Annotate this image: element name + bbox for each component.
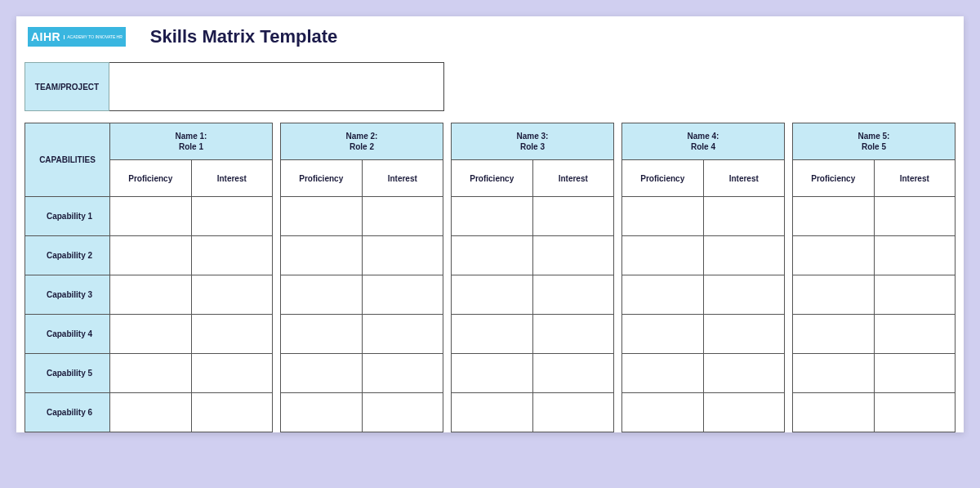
interest-cell[interactable]	[703, 236, 785, 275]
team-project-input[interactable]	[109, 62, 444, 111]
interest-cell[interactable]	[362, 275, 443, 315]
proficiency-cell[interactable]	[281, 236, 363, 275]
interest-cell[interactable]	[362, 315, 443, 354]
interest-cell[interactable]	[703, 315, 785, 354]
proficiency-cell[interactable]	[622, 236, 704, 275]
subhead-proficiency: Proficiency	[110, 160, 192, 197]
table-row: Capability 5	[25, 354, 956, 393]
person-header-3: Name 3: Role 3	[452, 123, 614, 160]
proficiency-cell[interactable]	[793, 197, 875, 236]
proficiency-cell[interactable]	[110, 236, 192, 275]
interest-cell[interactable]	[532, 315, 614, 354]
proficiency-cell[interactable]	[622, 275, 704, 315]
proficiency-cell[interactable]	[452, 275, 533, 315]
interest-cell[interactable]	[703, 275, 785, 315]
proficiency-cell[interactable]	[281, 354, 363, 393]
subhead-proficiency: Proficiency	[622, 160, 704, 197]
column-gap	[443, 236, 452, 275]
proficiency-cell[interactable]	[110, 315, 192, 354]
capability-label: Capability 3	[25, 275, 110, 315]
interest-cell[interactable]	[532, 393, 614, 432]
interest-cell[interactable]	[191, 275, 273, 315]
interest-cell[interactable]	[362, 197, 443, 236]
column-gap	[785, 315, 793, 354]
proficiency-cell[interactable]	[622, 354, 704, 393]
column-gap	[273, 275, 281, 315]
proficiency-cell[interactable]	[452, 315, 533, 354]
interest-cell[interactable]	[874, 354, 956, 393]
interest-cell[interactable]	[874, 236, 956, 275]
column-gap	[614, 393, 622, 432]
column-gap	[614, 275, 622, 315]
column-gap	[614, 236, 622, 275]
proficiency-cell[interactable]	[452, 393, 533, 432]
column-gap	[273, 393, 281, 432]
subhead-interest: Interest	[874, 160, 956, 197]
interest-cell[interactable]	[191, 315, 273, 354]
table-row: Capability 6	[25, 393, 956, 432]
column-gap	[785, 354, 793, 393]
column-gap	[614, 197, 622, 236]
interest-cell[interactable]	[703, 354, 785, 393]
interest-cell[interactable]	[874, 393, 956, 432]
column-gap	[785, 393, 793, 432]
interest-cell[interactable]	[191, 354, 273, 393]
interest-cell[interactable]	[532, 275, 614, 315]
interest-cell[interactable]	[191, 393, 273, 432]
capability-label: Capability 2	[25, 236, 110, 275]
proficiency-cell[interactable]	[452, 354, 533, 393]
interest-cell[interactable]	[703, 393, 785, 432]
proficiency-cell[interactable]	[793, 354, 875, 393]
interest-cell[interactable]	[191, 236, 273, 275]
interest-cell[interactable]	[362, 236, 443, 275]
proficiency-cell[interactable]	[793, 275, 875, 315]
proficiency-cell[interactable]	[110, 197, 192, 236]
column-gap	[273, 197, 281, 236]
proficiency-cell[interactable]	[110, 275, 192, 315]
proficiency-cell[interactable]	[793, 315, 875, 354]
interest-cell[interactable]	[874, 275, 956, 315]
proficiency-cell[interactable]	[452, 236, 533, 275]
column-gap	[443, 197, 452, 236]
person-header-2: Name 2: Role 2	[281, 123, 443, 160]
proficiency-cell[interactable]	[793, 393, 875, 432]
person-header-1: Name 1: Role 1	[110, 123, 273, 160]
interest-cell[interactable]	[703, 197, 785, 236]
capabilities-header: CAPABILITIES	[25, 123, 110, 197]
subhead-interest: Interest	[191, 160, 273, 197]
column-gap	[443, 315, 452, 354]
interest-cell[interactable]	[532, 236, 614, 275]
person-header-4: Name 4: Role 4	[622, 123, 785, 160]
header-row: AIHR ACADEMY TO INNOVATE HR Skills Matri…	[24, 26, 956, 47]
proficiency-cell[interactable]	[281, 275, 363, 315]
interest-cell[interactable]	[532, 354, 614, 393]
capability-label: Capability 5	[25, 354, 110, 393]
proficiency-cell[interactable]	[281, 315, 363, 354]
interest-cell[interactable]	[362, 354, 443, 393]
proficiency-cell[interactable]	[622, 197, 704, 236]
column-gap	[443, 354, 452, 393]
table-row: Capability 2	[25, 236, 956, 275]
proficiency-cell[interactable]	[452, 197, 533, 236]
interest-cell[interactable]	[532, 197, 614, 236]
column-gap	[443, 123, 452, 197]
proficiency-cell[interactable]	[622, 315, 704, 354]
proficiency-cell[interactable]	[110, 393, 192, 432]
proficiency-cell[interactable]	[793, 236, 875, 275]
interest-cell[interactable]	[874, 197, 956, 236]
capability-label: Capability 1	[25, 197, 110, 236]
proficiency-cell[interactable]	[281, 393, 363, 432]
subhead-interest: Interest	[703, 160, 785, 197]
interest-cell[interactable]	[362, 393, 443, 432]
column-gap	[443, 275, 452, 315]
proficiency-cell[interactable]	[281, 197, 363, 236]
column-gap	[785, 197, 793, 236]
interest-cell[interactable]	[191, 197, 273, 236]
proficiency-cell[interactable]	[110, 354, 192, 393]
proficiency-cell[interactable]	[622, 393, 704, 432]
column-gap	[785, 236, 793, 275]
interest-cell[interactable]	[874, 315, 956, 354]
column-gap	[614, 123, 622, 197]
subhead-proficiency: Proficiency	[793, 160, 875, 197]
logo-subtitle: ACADEMY TO INNOVATE HR	[64, 35, 122, 39]
